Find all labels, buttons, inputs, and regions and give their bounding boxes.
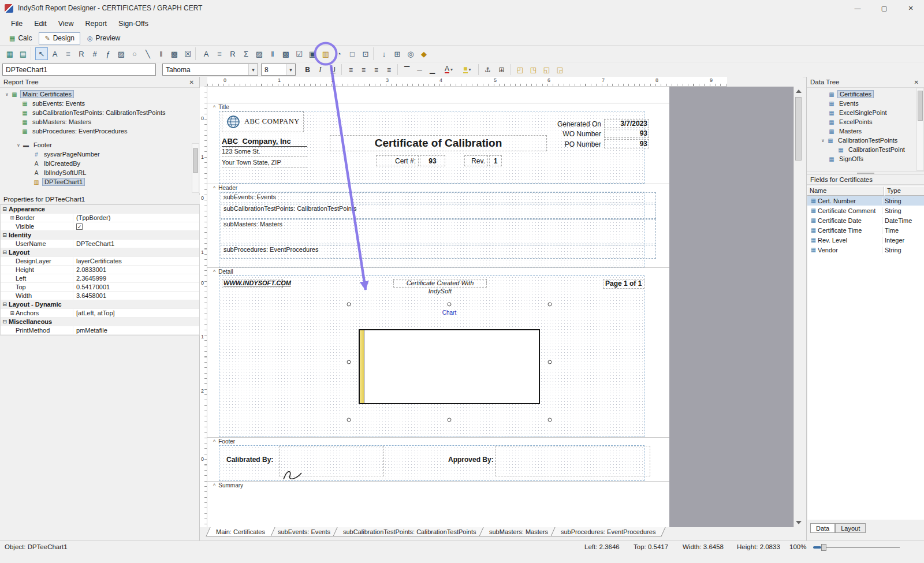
calc-grid-icon[interactable]: ▦ <box>3 47 16 60</box>
tree-item-footer[interactable]: ∨ ▬ Footer <box>0 140 200 150</box>
barcode-tool-icon[interactable]: ‖ <box>155 47 167 60</box>
panel-splitter[interactable] <box>807 171 924 175</box>
tree-item-subcalibrationtestpoints[interactable]: ▦ subCalibrationTestPoints: CalibrationT… <box>0 108 200 117</box>
approved-signature-box[interactable] <box>495 446 650 476</box>
prop-value[interactable]: (TppBorder) <box>73 214 199 221</box>
label-tool-icon[interactable]: A <box>49 47 61 60</box>
chevron-down-icon[interactable]: ▾ <box>450 67 453 72</box>
fields-col-type[interactable]: Type <box>884 187 924 196</box>
prop-value[interactable]: 2.3645999 <box>73 275 199 282</box>
prop-value[interactable]: [atLeft, atTop] <box>73 310 199 316</box>
dbmemo-tool-icon[interactable]: ≡ <box>213 47 226 60</box>
data-item-masters[interactable]: ▦ Masters <box>807 126 924 136</box>
expand-icon[interactable]: ⊞ <box>9 310 16 316</box>
close-button[interactable]: ✕ <box>897 0 924 16</box>
scrollbar-thumb[interactable] <box>795 97 802 161</box>
prop-value[interactable]: 3.6458001 <box>73 292 199 299</box>
zoom-slider[interactable] <box>813 543 900 551</box>
band-divider-footer[interactable]: ^ Footer <box>207 437 669 445</box>
prop-value[interactable]: 0.54170001 <box>73 284 199 290</box>
selection-handle[interactable] <box>347 303 351 307</box>
tree-item-dpteechart1[interactable]: ▥ DPTeeChart1 <box>0 177 200 187</box>
tree-item-lblindysofturl[interactable]: A lblIndySoftURL <box>0 168 200 177</box>
prop-row-username[interactable]: UserName DPTeeChart1 <box>1 240 199 248</box>
data-item-excelpoints[interactable]: ▦ ExcelPoints <box>807 117 924 126</box>
collapse-band-icon[interactable]: ^ <box>213 483 215 488</box>
menu-view[interactable]: View <box>53 18 79 29</box>
tab-calc[interactable]: ▦ Calc <box>3 32 38 44</box>
valign-bottom-icon[interactable]: ▁ <box>426 64 438 76</box>
prop-row-visible[interactable]: Visible ✓ <box>1 222 199 231</box>
collapse-icon[interactable]: ⊟ <box>1 301 9 307</box>
collapse-band-icon[interactable]: ^ <box>213 105 215 110</box>
collapse-band-icon[interactable]: ^ <box>213 270 215 274</box>
checkbox-tool-icon[interactable]: ☒ <box>181 47 194 60</box>
certificate-title-label[interactable]: Certificate of Calibration <box>330 135 547 151</box>
calibrated-by-label[interactable]: Calibrated By: <box>226 456 275 464</box>
created-with-label[interactable]: Certificate Created With IndySoft <box>393 279 487 288</box>
band-divider-summary[interactable]: ^ Summary <box>207 481 669 489</box>
move-forward-icon[interactable]: ◳ <box>527 64 539 76</box>
fields-list[interactable]: ▦ Cert. Number String ▦ Certificate Comm… <box>807 196 924 520</box>
wo-number-value[interactable]: 93 <box>604 129 649 138</box>
bold-button[interactable]: B <box>301 64 314 76</box>
report-page[interactable]: ^ Title ABC COMPANY ABC Company, Inc <box>207 87 669 527</box>
anchor-icon[interactable]: ⚓ <box>482 64 494 76</box>
dbbarcode2d-tool-icon[interactable]: ▩ <box>280 47 292 60</box>
align-center-icon[interactable]: ≡ <box>357 64 370 76</box>
title-band[interactable]: ABC COMPANY ABC Company, Inc 123 Some St… <box>207 111 669 184</box>
field-row-certificate-time[interactable]: ▦ Certificate Time Time <box>807 225 924 235</box>
align-left-icon[interactable]: ≡ <box>345 64 357 76</box>
tree-item-sysvarpagenumber[interactable]: # sysvarPageNumber <box>0 150 200 159</box>
page-tab-subevents[interactable]: subEvents: Events <box>267 527 340 536</box>
prop-row-top[interactable]: Top 0.54170001 <box>1 283 199 292</box>
prop-row-printmethod[interactable]: PrintMethod pmMetafile <box>1 326 199 335</box>
company-logo[interactable]: ABC COMPANY <box>222 111 304 132</box>
tab-design[interactable]: ✎ Design <box>39 32 80 44</box>
pagebreak-tool-icon[interactable]: ↓ <box>378 47 390 60</box>
minimize-button[interactable]: — <box>844 0 871 16</box>
data-item-certificates[interactable]: ▦ Certificates <box>807 90 924 99</box>
page-tab-main-certificates[interactable]: Main: Certificates <box>206 527 275 536</box>
data-tree-scrollbar[interactable] <box>916 88 924 171</box>
dbteechart-tool-icon[interactable]: ▥ <box>319 47 332 60</box>
shape-tool-icon[interactable]: ○ <box>128 47 141 60</box>
band-divider-title[interactable]: ^ Title <box>207 103 669 111</box>
menu-edit[interactable]: Edit <box>29 18 52 29</box>
prop-value[interactable]: layerCertificates <box>73 258 199 264</box>
maximize-button[interactable]: ▢ <box>871 0 897 16</box>
field-row-rev-level[interactable]: ▦ Rev. Level Integer <box>807 235 924 245</box>
subreport-masters[interactable]: subMasters: Masters <box>221 219 656 244</box>
visible-checkbox[interactable]: ✓ <box>76 223 83 230</box>
cert-number-label[interactable]: Cert #: <box>376 155 419 166</box>
search-tool-icon[interactable]: ◎ <box>404 47 417 60</box>
selection-handle[interactable] <box>347 418 351 422</box>
valign-middle-icon[interactable]: ─ <box>413 64 426 76</box>
object-selector[interactable]: DPTeeChart1 <box>2 64 156 76</box>
chart-selection[interactable]: Chart <box>349 304 550 420</box>
page-tab-subcalibrationtestpoints[interactable]: subCalibrationTestPoints: CalibrationTes… <box>333 527 487 536</box>
dbrichtext-tool-icon[interactable]: R <box>226 47 239 60</box>
company-address1-label[interactable]: 123 Some St. <box>222 148 307 156</box>
field-row-cert-number[interactable]: ▦ Cert. Number String <box>807 196 924 206</box>
richtext-tool-icon[interactable]: R <box>75 47 88 60</box>
tab-preview[interactable]: ◎ Preview <box>81 32 126 44</box>
design-grid-icon[interactable]: ▤ <box>17 47 29 60</box>
page-tab-subprocedures[interactable]: subProcedures: EventProcedures <box>550 527 666 536</box>
cert-number-value[interactable]: 93 <box>420 155 445 166</box>
company-name-label[interactable]: ABC Company, Inc <box>222 137 307 147</box>
fill-color-button[interactable]: ■ ▾ <box>459 64 475 76</box>
design-canvas[interactable]: 0 1 2 3 4 5 6 7 8 9 0 1 0 1 0 1 2 0 <box>200 77 803 527</box>
font-color-button[interactable]: A ▾ <box>441 64 457 76</box>
field-row-vendor[interactable]: ▦ Vendor String <box>807 245 924 255</box>
po-number-label[interactable]: PO Number <box>554 140 601 148</box>
tree-item-subprocedures[interactable]: ▦ subProcedures: EventProcedures <box>0 126 200 136</box>
generated-on-value[interactable]: 3/7/2023 <box>604 119 649 128</box>
underline-button[interactable]: U <box>327 64 339 76</box>
selection-handle[interactable] <box>448 303 452 307</box>
data-tree-close-icon[interactable]: ✕ <box>912 79 921 85</box>
prop-row-left[interactable]: Left 2.3645999 <box>1 274 199 283</box>
prop-group-layout[interactable]: ⊟ Layout <box>1 248 199 257</box>
prop-value[interactable]: DPTeeChart1 <box>73 240 199 247</box>
send-to-back-icon[interactable]: ◲ <box>554 64 566 76</box>
